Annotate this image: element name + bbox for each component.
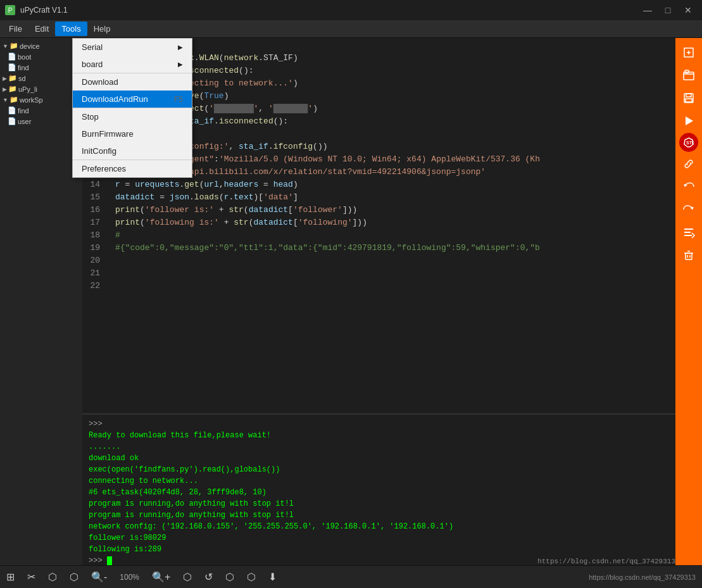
menu-help[interactable]: Help: [87, 22, 117, 36]
cut-icon[interactable]: ✂: [27, 571, 35, 583]
toolbar-new-button[interactable]: [678, 42, 699, 63]
download-label: Download: [82, 77, 118, 87]
zoom-out-icon[interactable]: 🔍-: [91, 571, 107, 583]
status-bar: ⊞ ✂ ⬡ ⬡ 🔍- 100% 🔍+ ⬡ ↺ ⬡ ⬡ ⬇ https://blo…: [0, 565, 702, 588]
svg-rect-6: [686, 94, 691, 97]
toolbar-open-button[interactable]: [678, 65, 699, 86]
fit-icon[interactable]: ⬡: [183, 571, 192, 583]
svg-rect-13: [684, 228, 693, 230]
svg-rect-15: [684, 235, 692, 236]
svg-rect-16: [686, 253, 692, 260]
external-icon[interactable]: ⬡: [225, 571, 234, 583]
expand-arrow-sd: ▶: [3, 75, 7, 82]
sidebar-item-user[interactable]: 📄 user: [0, 116, 82, 127]
refresh-icon[interactable]: ↺: [204, 571, 213, 583]
code-line-19: 19 #{"code":0,"message":"0","ttl":1,"dat…: [82, 243, 675, 256]
maximize-button[interactable]: □: [659, 4, 677, 16]
expand-arrow-worksp: ▼: [3, 97, 8, 103]
code-line-16: 16 print('follower is:' + str(datadict['…: [82, 205, 675, 218]
toolbar-link-button[interactable]: [678, 153, 699, 175]
code-line-22: 22: [82, 281, 675, 294]
downloadandrun-label: DownloadAndRun: [82, 94, 148, 104]
menu-serial[interactable]: Serial ▶: [73, 39, 192, 56]
code-line-15: 15 datadict = json.loads(r.text)['data']: [82, 192, 675, 205]
terminal-line-4: exec(open('findfans.py').read(),globals(…: [89, 464, 669, 475]
menu-burn-firmware[interactable]: BurnFirmware: [73, 125, 192, 142]
serial-arrow: ▶: [178, 44, 183, 51]
code-line-18: 18 #: [82, 230, 675, 243]
minimize-button[interactable]: —: [639, 4, 656, 16]
board-arrow: ▶: [178, 61, 183, 68]
paste-icon[interactable]: ⬡: [70, 571, 78, 583]
svg-marker-11: [684, 184, 687, 187]
app-title: uPyCraft V1.1: [20, 6, 68, 15]
sidebar-item-find2[interactable]: 📄 find: [0, 105, 82, 116]
menu-file[interactable]: File: [3, 22, 28, 36]
tools-dropdown: Serial ▶ board ▶ Download DownloadAndRun…: [72, 38, 192, 178]
menu-preferences[interactable]: Preferences: [73, 160, 192, 177]
menu-board[interactable]: board ▶: [73, 56, 192, 73]
svg-rect-14: [684, 232, 691, 233]
terminal-line-7: program is running,do anything with stop…: [89, 498, 669, 510]
toolbar-redo-button[interactable]: [678, 199, 699, 220]
svg-text:STOP: STOP: [686, 141, 694, 145]
preferences-label: Preferences: [82, 164, 126, 173]
close-button[interactable]: ✕: [679, 4, 697, 16]
menu-init-config[interactable]: InitConfig: [73, 142, 192, 160]
menu-tools[interactable]: Tools: [55, 22, 87, 36]
status-icon-group: ⊞ ✂ ⬡ ⬡ 🔍- 100% 🔍+ ⬡ ↺ ⬡ ⬡ ⬇: [6, 571, 277, 583]
sidebar-item-worksp[interactable]: ▼ 📁 workSp: [0, 94, 82, 105]
crop-icon[interactable]: ⬡: [247, 571, 256, 583]
downloadandrun-shortcut: F5: [174, 95, 183, 104]
terminal-line-3: download ok: [89, 453, 669, 464]
menu-stop[interactable]: Stop: [73, 108, 192, 125]
sidebar-item-upy[interactable]: ▶ 📁 uPy_li: [0, 84, 82, 94]
sidebar-item-find1[interactable]: 📄 find: [0, 62, 82, 73]
svg-rect-4: [685, 70, 689, 73]
toolbar-format-button[interactable]: [678, 222, 699, 243]
blog-url: https://blog.csdn.net/qq_37429313: [537, 558, 675, 565]
zoom-level: 100%: [120, 573, 139, 582]
app-icon: P: [5, 5, 15, 15]
menu-edit[interactable]: Edit: [28, 22, 55, 36]
title-bar: P uPyCraft V1.1 — □ ✕: [0, 0, 702, 20]
toolbar-run-button[interactable]: [678, 110, 699, 132]
menu-bar: File Edit Tools Help: [0, 20, 702, 38]
toolbar-stop-button[interactable]: STOP: [679, 133, 698, 152]
code-line-20: 20: [82, 256, 675, 268]
svg-marker-12: [690, 207, 694, 210]
svg-marker-8: [686, 116, 693, 125]
sidebar-item-device[interactable]: ▼ 📁 device: [0, 41, 82, 51]
code-line-17: 17 print('following is:' + str(datadict[…: [82, 218, 675, 230]
terminal-line-10: follower is:98029: [89, 532, 669, 544]
toolbar-delete-button[interactable]: [678, 244, 699, 266]
status-url: https://blog.csdn.net/qq_37429313: [589, 573, 696, 581]
terminal-line-5: connecting to network...: [89, 475, 669, 487]
svg-rect-3: [684, 72, 694, 80]
toolbar-undo-button[interactable]: [678, 176, 699, 197]
terminal-line-6: #6 ets_task(4020f4d8, 28, 3fff9de8, 10): [89, 487, 669, 498]
sidebar: ▼ 📁 device 📄 boot 📄 find ▶ 📁 sd ▶ 📁 uPy_…: [0, 38, 82, 565]
toolbar-save-button[interactable]: [678, 87, 699, 109]
code-line-14: 14 r = urequests.get(url,headers = head): [82, 180, 675, 192]
svg-rect-7: [686, 99, 692, 102]
right-toolbar: STOP: [675, 38, 702, 565]
copy-status-icon[interactable]: ⬡: [48, 571, 57, 583]
grid-icon[interactable]: ⊞: [6, 571, 15, 583]
window-controls: — □ ✕: [639, 4, 697, 16]
terminal-line-2: .......: [89, 441, 669, 453]
expand-arrow-upy: ▶: [3, 86, 7, 92]
terminal[interactable]: >>> Ready to download this file,please w…: [82, 413, 675, 565]
terminal-prompt: >>>: [89, 418, 669, 430]
expand-arrow: ▼: [3, 43, 8, 49]
terminal-line-8: program is running,do anything with stop…: [89, 510, 669, 521]
terminal-line-1: Ready to download this file,please wait!: [89, 430, 669, 441]
zoom-in-icon[interactable]: 🔍+: [152, 571, 170, 583]
download-status-icon[interactable]: ⬇: [268, 571, 277, 583]
sidebar-item-boot[interactable]: 📄 boot: [0, 51, 82, 62]
code-line-21: 21: [82, 268, 675, 281]
cursor: [107, 556, 112, 565]
menu-download[interactable]: Download: [73, 73, 192, 91]
sidebar-item-sd[interactable]: ▶ 📁 sd: [0, 73, 82, 84]
menu-download-and-run[interactable]: DownloadAndRun F5: [73, 91, 192, 108]
